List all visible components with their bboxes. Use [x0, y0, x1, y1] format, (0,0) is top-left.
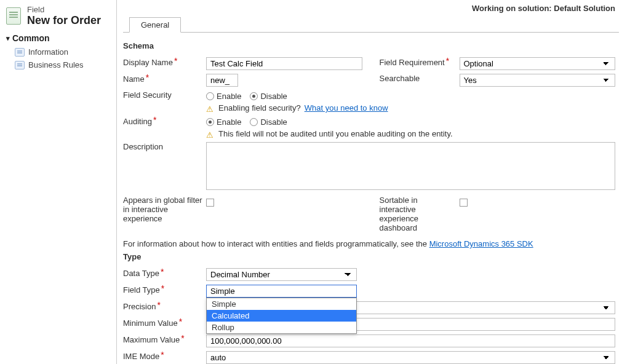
field-type-dropdown[interactable]: SimpleCalculatedRollup — [206, 298, 357, 334]
label-field-security: Field Security — [123, 90, 172, 100]
sidebar-item-label: Business Rules — [28, 60, 84, 69]
radio-audit-enable[interactable]: Enable — [206, 117, 241, 127]
label-field-requirement: Field Requirement — [380, 58, 445, 67]
label-sortable: Sortable in interactive experience dashb… — [380, 196, 419, 232]
solution-indicator: Working on solution: Default Solution — [123, 4, 619, 13]
field-type-option[interactable]: Simple — [207, 298, 356, 310]
entity-eyebrow: Field — [27, 5, 101, 14]
sidebar-item-label: Information — [28, 47, 68, 57]
section-title-type: Type — [123, 252, 619, 261]
label-display-name: Display Name — [123, 58, 173, 67]
checkbox-sortable[interactable] — [460, 199, 468, 207]
audit-warning-text: This field will not be audited until you… — [218, 129, 453, 138]
label-min-value: Minimum Value — [123, 318, 178, 328]
page-title: New for Order — [27, 14, 101, 27]
sidebar-section-common[interactable]: Common — [6, 33, 110, 43]
input-max-value[interactable] — [206, 334, 615, 347]
textarea-description[interactable] — [206, 142, 615, 190]
label-name: Name — [123, 74, 145, 84]
label-max-value: Maximum Value — [123, 335, 180, 344]
label-ime-mode: IME Mode — [123, 352, 159, 361]
select-data-type[interactable]: Decimal Number — [206, 268, 357, 281]
radio-fs-enable[interactable]: Enable — [206, 92, 241, 101]
radio-audit-disable[interactable]: Disable — [250, 117, 287, 127]
link-dynamics-sdk[interactable]: Microsoft Dynamics 365 SDK — [429, 239, 533, 248]
fs-warning-text: Enabling field security? — [218, 103, 301, 113]
information-icon — [15, 48, 25, 57]
entity-icon — [6, 7, 21, 25]
field-type-option[interactable]: Rollup — [207, 322, 356, 333]
warning-icon — [206, 130, 215, 138]
sidebar-item-information[interactable]: Information — [6, 46, 110, 58]
label-description: Description — [123, 142, 163, 151]
select-field-requirement[interactable]: Optional — [460, 57, 616, 70]
warning-icon — [206, 105, 215, 112]
checkbox-global-filter[interactable] — [206, 199, 214, 207]
input-display-name[interactable] — [206, 57, 362, 70]
select-ime-mode[interactable]: auto — [206, 351, 615, 364]
section-title-schema: Schema — [123, 41, 619, 50]
select-field-type[interactable]: Simple — [206, 285, 357, 298]
field-type-option[interactable]: Calculated — [207, 310, 356, 322]
link-what-you-need-to-know[interactable]: What you need to know — [305, 103, 388, 113]
label-auditing: Auditing — [123, 117, 152, 126]
tab-general[interactable]: General — [129, 17, 181, 33]
sdk-info-text: For information about how to interact wi… — [123, 239, 427, 248]
label-precision: Precision — [123, 302, 156, 311]
label-searchable: Searchable — [380, 74, 420, 83]
input-name[interactable] — [206, 74, 238, 87]
label-data-type: Data Type — [123, 269, 159, 278]
radio-fs-disable[interactable]: Disable — [250, 92, 287, 101]
sidebar-item-business-rules[interactable]: Business Rules — [6, 58, 110, 71]
business-rules-icon — [15, 61, 25, 69]
label-global-filter: Appears in global filter in interactive … — [123, 196, 202, 223]
label-field-type: Field Type — [123, 285, 160, 295]
select-searchable[interactable]: Yes — [460, 74, 616, 87]
